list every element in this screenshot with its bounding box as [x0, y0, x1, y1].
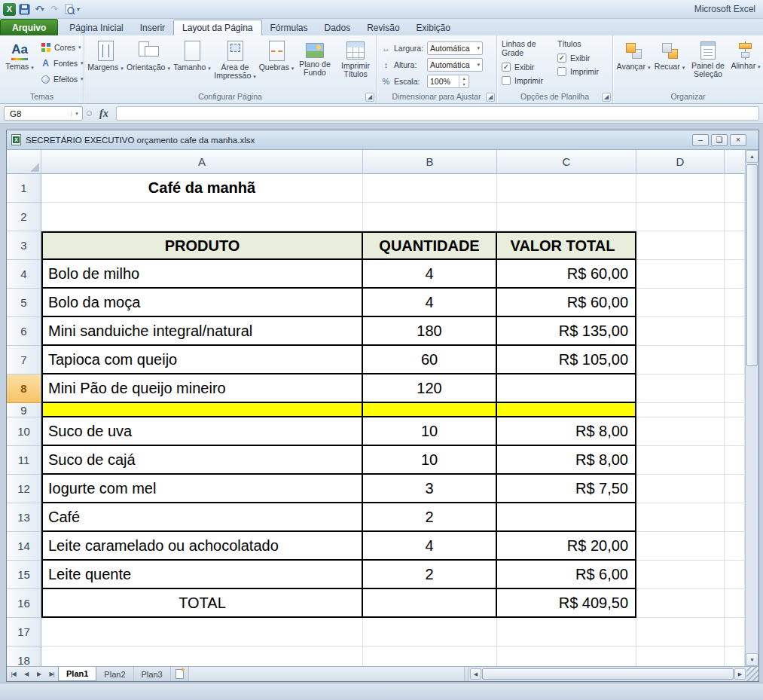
gridlines-view-checkbox[interactable]: ✓ Exibir: [499, 60, 554, 74]
cell-C1[interactable]: [497, 174, 636, 203]
scale-spinner[interactable]: 100% ▴▾: [427, 75, 469, 88]
cell-C5[interactable]: R$ 60,00: [497, 289, 636, 317]
cell-C18[interactable]: [497, 647, 636, 666]
cell-B10[interactable]: 10: [363, 417, 497, 446]
cell-D11[interactable]: [636, 446, 725, 475]
cell-E13[interactable]: [725, 503, 745, 532]
cell-C13[interactable]: [497, 503, 636, 532]
cell-E14[interactable]: [725, 532, 745, 561]
cell-D8[interactable]: [636, 374, 725, 403]
row-header-1[interactable]: 1: [7, 174, 41, 203]
cell-B17[interactable]: [363, 618, 497, 647]
row-header-10[interactable]: 10: [7, 417, 41, 446]
cell-A15[interactable]: Leite quente: [41, 561, 363, 589]
cell-A16[interactable]: TOTAL: [41, 589, 363, 618]
breaks-button[interactable]: Quebras ▾: [258, 38, 295, 90]
cell-D9[interactable]: [636, 403, 725, 417]
cell-C2[interactable]: [497, 203, 636, 231]
size-button[interactable]: Tamanho ▾: [172, 38, 212, 90]
tab-pagina-inicial[interactable]: Página Inicial: [61, 20, 131, 35]
print-area-button[interactable]: Área de Impressão ▾: [212, 38, 258, 90]
tab-split-handle[interactable]: [464, 667, 469, 681]
row-header-16[interactable]: 16: [7, 589, 41, 618]
cell-E2[interactable]: [725, 203, 745, 231]
row-header-5[interactable]: 5: [7, 289, 41, 317]
tab-formulas[interactable]: Fórmulas: [262, 20, 316, 35]
cell-D10[interactable]: [636, 417, 725, 446]
row-header-2[interactable]: 2: [7, 203, 41, 231]
horizontal-scrollbar[interactable]: ◀ ▶: [469, 667, 746, 681]
align-button[interactable]: Alinhar ▾: [729, 38, 762, 90]
row-header-9[interactable]: 9: [7, 403, 41, 417]
cell-E16[interactable]: [725, 589, 745, 618]
spin-up-icon[interactable]: ▴: [459, 75, 468, 81]
cell-D16[interactable]: [636, 589, 725, 618]
cell-A3[interactable]: PRODUTO: [41, 231, 363, 260]
cell-C3[interactable]: VALOR TOTAL: [497, 231, 636, 260]
cell-B2[interactable]: [363, 203, 497, 231]
cell-A2[interactable]: [41, 203, 363, 231]
vertical-scroll-track[interactable]: [746, 163, 758, 653]
customize-qat-caret[interactable]: ▾: [77, 6, 80, 13]
cell-E4[interactable]: [725, 260, 745, 289]
name-box-resize-handle[interactable]: [87, 111, 92, 116]
cell-B3[interactable]: QUANTIDADE: [363, 231, 497, 260]
row-header-14[interactable]: 14: [7, 532, 41, 561]
cell-B8[interactable]: 120: [363, 374, 497, 403]
tab-dados[interactable]: Dados: [316, 20, 359, 35]
cell-A6[interactable]: Mini sanduiche integral/natural: [41, 317, 363, 346]
spin-down-icon[interactable]: ▾: [459, 81, 468, 87]
last-sheet-icon[interactable]: ▶|: [45, 667, 58, 681]
insert-worksheet-button[interactable]: ✦: [171, 667, 189, 681]
tab-inserir[interactable]: Inserir: [132, 20, 173, 35]
cell-D3[interactable]: [636, 231, 725, 260]
cell-C10[interactable]: R$ 8,00: [497, 417, 636, 446]
cell-C4[interactable]: R$ 60,00: [497, 260, 636, 289]
cell-B16[interactable]: [363, 589, 497, 618]
row-header-4[interactable]: 4: [7, 260, 41, 289]
cell-E18[interactable]: [725, 647, 745, 666]
scroll-down-icon[interactable]: ▼: [746, 653, 758, 666]
themes-button[interactable]: Aa Temas ▾: [2, 38, 38, 90]
cell-E8[interactable]: [725, 374, 745, 403]
row-header-6[interactable]: 6: [7, 317, 41, 346]
cell-C8[interactable]: [497, 374, 636, 403]
dialog-launcher-opcoes[interactable]: ◢: [602, 93, 611, 102]
cell-D4[interactable]: [636, 260, 725, 289]
cell-B7[interactable]: 60: [363, 346, 497, 374]
cell-C6[interactable]: R$ 135,00: [497, 317, 636, 346]
cell-B9[interactable]: [363, 403, 497, 417]
undo-button[interactable]: ↶▾: [33, 2, 46, 16]
cell-C12[interactable]: R$ 7,50: [497, 475, 636, 503]
name-box-caret[interactable]: ▾: [71, 111, 82, 117]
next-sheet-icon[interactable]: ▶: [32, 667, 45, 681]
cell-E7[interactable]: [725, 346, 745, 374]
cell-B13[interactable]: 2: [363, 503, 497, 532]
row-header-8[interactable]: 8: [7, 374, 41, 403]
cell-D1[interactable]: [636, 174, 725, 203]
bring-forward-button[interactable]: Avançar ▾: [615, 38, 652, 90]
minimize-button[interactable]: –: [692, 134, 709, 146]
orientation-button[interactable]: Orientação ▾: [125, 38, 172, 90]
sheet-tab-plan1[interactable]: Plan1: [58, 667, 96, 681]
cell-E9[interactable]: [725, 403, 745, 417]
row-header-7[interactable]: 7: [7, 346, 41, 374]
cell-B14[interactable]: 4: [363, 532, 497, 561]
cell-D17[interactable]: [636, 618, 725, 647]
cell-C9[interactable]: [497, 403, 636, 417]
dialog-launcher-configurar[interactable]: ◢: [365, 93, 374, 102]
column-header-A[interactable]: A: [41, 150, 363, 174]
scroll-up-icon[interactable]: ▲: [746, 150, 758, 163]
tab-arquivo[interactable]: Arquivo: [0, 19, 58, 35]
tab-exibicao[interactable]: Exibição: [408, 20, 459, 35]
scroll-right-icon[interactable]: ▶: [734, 668, 746, 680]
print-preview-button[interactable]: [63, 2, 76, 16]
row-header-15[interactable]: 15: [7, 561, 41, 589]
sheet-tab-plan3[interactable]: Plan3: [134, 667, 171, 681]
headings-print-checkbox[interactable]: Imprimir: [554, 65, 610, 78]
send-backward-button[interactable]: Recuar ▾: [652, 38, 687, 90]
save-button[interactable]: [18, 2, 31, 16]
workbook-titlebar[interactable]: SECRETÁRIO EXECUTIVO orçamento cafe da m…: [7, 130, 758, 150]
cell-E1[interactable]: [725, 174, 745, 203]
row-header-17[interactable]: 17: [7, 618, 41, 647]
